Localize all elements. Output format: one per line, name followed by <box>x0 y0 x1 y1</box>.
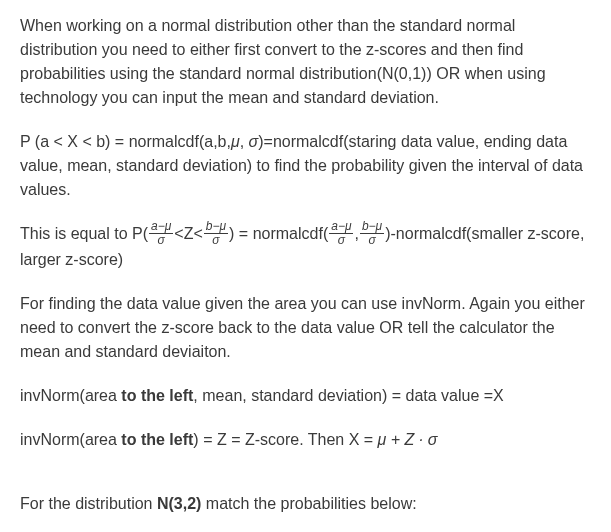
bold-text: N(3,2) <box>157 495 201 512</box>
numerator: a−μ <box>149 220 173 234</box>
paragraph-zscore-equation: This is equal to P(a−μσ<Z<b−μσ) = normal… <box>20 222 591 272</box>
text: ) = normalcdf( <box>229 225 328 242</box>
paragraph-invnorm-full: invNorm(area to the left, mean, standard… <box>20 384 591 408</box>
mu-symbol: μ <box>231 133 240 150</box>
paragraph-prompt: For the distribution N(3,2) match the pr… <box>20 492 591 516</box>
numerator: b−μ <box>204 220 228 234</box>
fraction: b−μσ <box>203 220 229 246</box>
text: invNorm(area <box>20 387 121 404</box>
paragraph-invnorm-z: invNorm(area to the left) = Z = Z-score.… <box>20 428 591 452</box>
sigma-symbol: σ <box>249 133 259 150</box>
denominator: σ <box>360 234 384 247</box>
bold-text: to the left <box>121 387 193 404</box>
fraction: a−μσ <box>148 220 174 246</box>
paragraph-normalcdf: P (a < X < b) = normalcdf(a,b,μ, σ)=norm… <box>20 130 591 202</box>
text: ) = Z = Z-score. Then X = <box>193 431 377 448</box>
text: , <box>240 133 249 150</box>
text: match the probabilities below: <box>201 495 416 512</box>
numerator: a−μ <box>329 220 353 234</box>
text: This is equal to P( <box>20 225 148 242</box>
fraction: a−μσ <box>328 220 354 246</box>
text: When working on a normal distribution ot… <box>20 17 546 106</box>
text: <Z< <box>174 225 202 242</box>
formula: μ + Z · σ <box>378 431 438 448</box>
paragraph-intro: When working on a normal distribution ot… <box>20 14 591 110</box>
text: invNorm(area <box>20 431 121 448</box>
text: P (a < X < b) = normalcdf(a,b, <box>20 133 231 150</box>
denominator: σ <box>204 234 228 247</box>
bold-text: to the left <box>121 431 193 448</box>
text: For the distribution <box>20 495 157 512</box>
text: For finding the data value given the are… <box>20 295 585 360</box>
denominator: σ <box>149 234 173 247</box>
numerator: b−μ <box>360 220 384 234</box>
denominator: σ <box>329 234 353 247</box>
text: , mean, standard deviation) = data value… <box>193 387 503 404</box>
fraction: b−μσ <box>359 220 385 246</box>
paragraph-invnorm-intro: For finding the data value given the are… <box>20 292 591 364</box>
